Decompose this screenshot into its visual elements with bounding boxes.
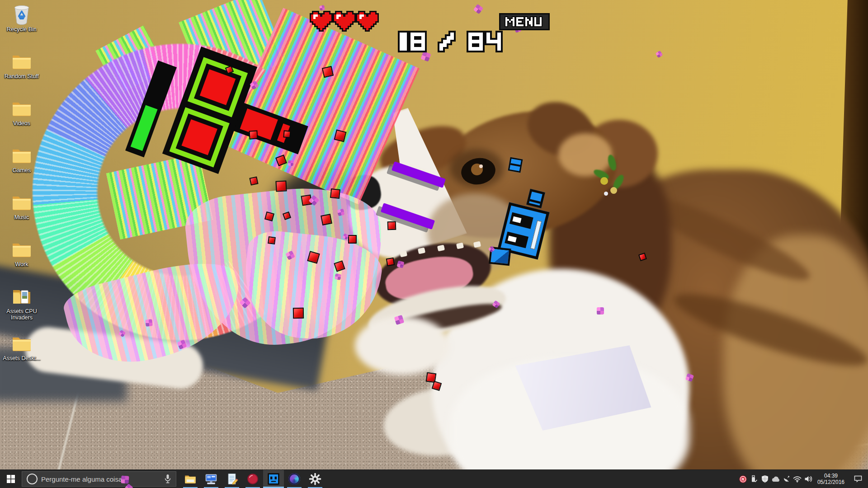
menu-button-label: [505, 17, 543, 26]
red-cube-debris: [386, 258, 395, 267]
red-cube-debris: [387, 221, 396, 230]
red-cube-debris: [283, 130, 291, 138]
heart-icon: [357, 12, 377, 30]
pink-particle: [145, 319, 152, 326]
red-cube-debris: [321, 214, 332, 225]
pink-particle: [124, 483, 133, 488]
red-cube-debris: [268, 236, 276, 244]
pink-particle: [337, 209, 344, 216]
boss-eye: [170, 107, 230, 167]
desktop-screen: Recycle BinRandom StuffVideosGamesMusicW…: [0, 0, 868, 488]
pink-particle: [396, 260, 404, 268]
player-eye: [509, 212, 533, 229]
heart-icon: [311, 12, 331, 30]
purple-laser-beam: [392, 161, 446, 188]
boss-eye: [188, 57, 248, 117]
heart-icon: [334, 12, 354, 30]
pink-particle: [492, 300, 500, 308]
red-cube-debris: [638, 253, 647, 261]
player-slot: [530, 221, 542, 250]
game-overlay: [0, 0, 868, 488]
red-cube-debris: [432, 381, 442, 391]
pink-particle: [420, 51, 431, 61]
pink-particle: [685, 373, 694, 382]
red-cube-debris: [249, 176, 258, 185]
red-cube-debris: [249, 130, 258, 139]
pink-particle: [394, 315, 404, 325]
player-cpu-sprite: [492, 184, 559, 271]
pink-particle: [597, 307, 604, 314]
pink-particle: [288, 160, 293, 166]
red-cube-debris: [275, 180, 287, 192]
pink-particle: [473, 4, 483, 14]
red-cube-debris: [330, 188, 340, 199]
player-eye: [505, 231, 528, 248]
player-fragment-sprite: [508, 157, 523, 173]
red-cube-debris: [293, 308, 304, 319]
score-counter: [400, 33, 505, 51]
pink-particle: [319, 5, 325, 11]
red-cube-debris: [348, 235, 357, 244]
pink-particle: [335, 273, 341, 280]
menu-button[interactable]: [499, 13, 550, 30]
player-head: [526, 189, 545, 208]
pink-particle: [121, 475, 129, 483]
pink-particle: [656, 51, 663, 58]
